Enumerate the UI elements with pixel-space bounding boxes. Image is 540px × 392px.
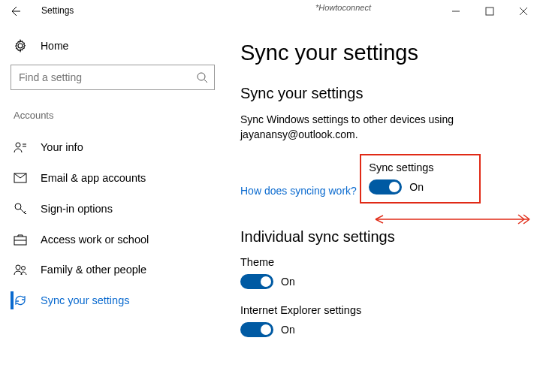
minimize-button[interactable] — [439, 0, 472, 23]
syncing-help-link[interactable]: How does syncing work? — [240, 185, 357, 197]
page-heading: Sync your settings — [240, 41, 532, 65]
window-title: Settings — [41, 5, 74, 16]
search-box[interactable] — [11, 65, 215, 90]
svg-line-3 — [204, 80, 207, 83]
close-icon — [519, 7, 528, 16]
maximize-button[interactable] — [472, 0, 506, 23]
description-text: Sync Windows settings to other devices u… — [240, 113, 488, 142]
minimize-icon — [451, 7, 460, 16]
toggle-knob — [261, 276, 271, 287]
ie-toggle[interactable] — [240, 322, 273, 337]
briefcase-icon — [14, 234, 27, 246]
sidebar-item-family[interactable]: Family & other people — [11, 255, 215, 285]
ie-label: Internet Explorer settings — [240, 304, 532, 316]
search-input[interactable] — [17, 71, 196, 84]
sidebar-item-access-work[interactable]: Access work or school — [11, 225, 215, 255]
theme-toggle[interactable] — [240, 274, 273, 289]
title-bar: Settings *Howtoconnect — [0, 0, 540, 23]
sidebar: Home Accounts Your info Email & app acco… — [0, 23, 225, 392]
section-subheading: Sync your settings — [240, 85, 532, 102]
home-button[interactable]: Home — [11, 35, 215, 65]
gear-icon — [14, 39, 27, 53]
toggle-knob — [389, 182, 400, 192]
sidebar-item-label: Your info — [41, 141, 83, 153]
sidebar-item-signin-options[interactable]: Sign-in options — [11, 193, 215, 225]
main-panel: Sync your settings Sync your settings Sy… — [225, 23, 540, 392]
ie-state: On — [281, 324, 295, 336]
theme-state: On — [281, 276, 295, 288]
svg-point-11 — [22, 267, 26, 270]
person-icon — [14, 140, 27, 154]
close-button[interactable] — [506, 0, 540, 23]
sidebar-item-label: Family & other people — [41, 264, 146, 276]
toggle-knob — [261, 324, 271, 335]
sidebar-item-label: Email & app accounts — [41, 172, 146, 184]
back-button[interactable] — [0, 0, 30, 23]
section-label: Accounts — [11, 110, 215, 121]
sidebar-item-sync-settings[interactable]: Sync your settings — [11, 285, 215, 316]
arrow-annotation — [368, 210, 533, 228]
sidebar-item-email-accounts[interactable]: Email & app accounts — [11, 163, 215, 193]
highlight-annotation: Sync settings On — [360, 154, 480, 204]
svg-point-2 — [198, 73, 205, 80]
sync-settings-state: On — [409, 181, 424, 193]
sync-settings-label: Sync settings — [369, 161, 433, 173]
sidebar-item-your-info[interactable]: Your info — [11, 131, 215, 163]
sidebar-item-label: Sync your settings — [41, 294, 129, 306]
sidebar-item-label: Sign-in options — [41, 203, 113, 215]
theme-label: Theme — [240, 256, 532, 268]
window-controls — [439, 0, 540, 23]
sync-icon — [14, 294, 27, 307]
maximize-icon — [485, 7, 494, 16]
svg-point-4 — [16, 143, 20, 147]
sync-settings-toggle[interactable] — [369, 179, 402, 194]
sidebar-item-label: Access work or school — [41, 234, 149, 246]
individual-heading: Individual sync settings — [240, 228, 532, 246]
search-icon — [196, 71, 208, 83]
svg-point-10 — [16, 265, 20, 270]
people-icon — [14, 264, 27, 276]
svg-rect-1 — [486, 8, 493, 15]
arrow-left-icon — [9, 5, 21, 17]
watermark-text: *Howtoconnect — [315, 3, 371, 12]
home-label: Home — [41, 40, 68, 52]
active-indicator — [11, 291, 14, 309]
svg-point-8 — [15, 204, 21, 210]
key-icon — [14, 202, 27, 216]
mail-icon — [14, 173, 27, 183]
